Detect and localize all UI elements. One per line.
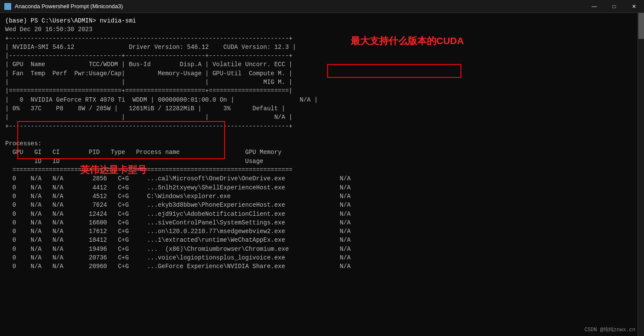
- process-row: 0 N/A N/A 16600 C+G ...siveControlPanel\…: [5, 218, 639, 227]
- datetime-line: Wed Dec 20 16:50:30 2023: [5, 25, 639, 34]
- smi-gpu-row1: | 0 NVIDIA GeForce RTX 4070 Ti WDDM | 00…: [5, 96, 639, 104]
- process-row: 0 N/A N/A 4512 C+G C:\Windows\explorer.e…: [5, 192, 639, 201]
- smi-col-header3: | | | MIG M. |: [5, 78, 639, 86]
- process-row: 0 N/A N/A 7624 C+G ...ekyb3d8bbwe\PhoneE…: [5, 201, 639, 209]
- process-row: 0 N/A N/A 4412 C+G ...5nlh2txyewy\ShellE…: [5, 183, 639, 192]
- smi-col-eq: |===============================+=======…: [5, 86, 639, 95]
- smi-col-header2: | Fan Temp Perf Pwr:Usage/Cap| Memory-Us…: [5, 69, 639, 78]
- smi-header: +---------------------------------------…: [5, 34, 639, 43]
- window-icon: [4, 3, 11, 10]
- minimize-button[interactable]: —: [584, 0, 604, 13]
- smi-footer: +---------------------------------------…: [5, 122, 639, 131]
- process-row: 0 N/A N/A 20960 C+G ...GeForce Experienc…: [5, 262, 639, 271]
- proc-header2: ID ID Usage: [5, 157, 639, 166]
- window-title: Anaconda Powershell Prompt (Miniconda3): [15, 3, 123, 10]
- process-row: 0 N/A N/A 17612 C+G ...on\120.0.2210.77\…: [5, 227, 639, 236]
- window-controls: — □ ✕: [584, 0, 644, 13]
- watermark: CSDN @纯纯znwx.cn: [584, 326, 635, 333]
- process-list: 0 N/A N/A 2856 C+G ...cal\Microsoft\OneD…: [5, 174, 639, 271]
- smi-col-header1: | GPU Name TCC/WDDM | Bus-Id Disp.A | Vo…: [5, 60, 639, 69]
- process-row: 0 N/A N/A 19496 C+G ... (x86)\Chromiumbr…: [5, 245, 639, 253]
- smi-version-line: | NVIDIA-SMI 546.12 Driver Version: 546.…: [5, 43, 639, 51]
- terminal-body: (base) PS C:\Users\ADMIN> nvidia-smi Wed…: [0, 13, 644, 336]
- process-row: 0 N/A N/A 20736 C+G ...voice\logioptions…: [5, 253, 639, 262]
- close-button[interactable]: ✕: [624, 0, 644, 13]
- smi-gpu-row2: | 0% 37C P8 8W / 285W | 1261MiB / 12282M…: [5, 104, 639, 113]
- smi-gpu-row3: | | | N/A |: [5, 113, 639, 122]
- scrollbar[interactable]: [638, 13, 644, 336]
- process-row: 0 N/A N/A 18412 C+G ...1\extracted\runti…: [5, 236, 639, 244]
- maximize-button[interactable]: □: [604, 0, 624, 13]
- prompt-line: (base) PS C:\Users\ADMIN> nvidia-smi: [5, 16, 639, 25]
- proc-header1: GPU GI CI PID Type Process name GPU Memo…: [5, 148, 639, 157]
- processes-label: Processes:: [5, 139, 639, 148]
- process-row: 0 N/A N/A 2856 C+G ...cal\Microsoft\OneD…: [5, 174, 639, 183]
- title-bar: Anaconda Powershell Prompt (Miniconda3) …: [0, 0, 644, 13]
- smi-divider: |-------------------------------+-------…: [5, 51, 639, 60]
- scrollbar-thumb[interactable]: [638, 13, 644, 39]
- blank-line: [5, 131, 639, 139]
- process-row: 0 N/A N/A 12424 C+G ...ejd91yc\AdobeNoti…: [5, 210, 639, 218]
- proc-eq: ========================================…: [5, 166, 639, 174]
